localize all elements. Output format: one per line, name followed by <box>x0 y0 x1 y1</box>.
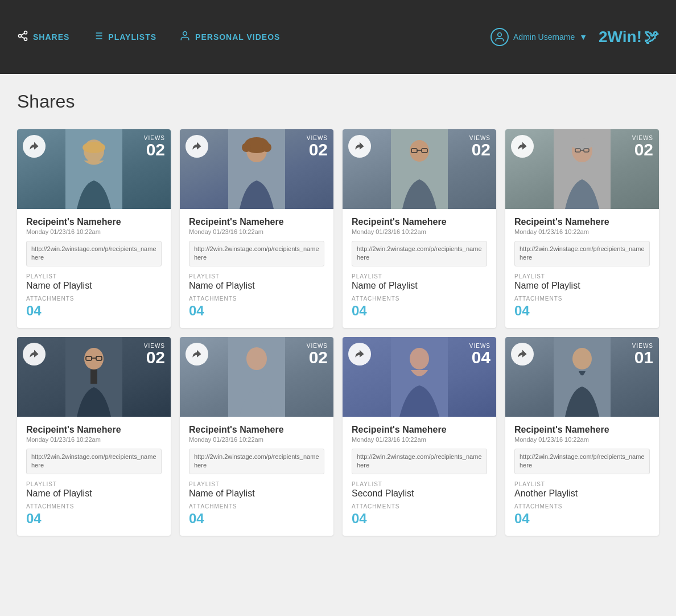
views-count: 02 <box>146 348 165 367</box>
attachments-count: 04 <box>26 303 162 319</box>
card-thumbnail: VIEWS 04 <box>343 337 496 417</box>
views-count: 01 <box>634 348 653 367</box>
attachments-label: ATTACHMENTS <box>514 503 650 510</box>
svg-point-12 <box>498 33 502 37</box>
share-button[interactable] <box>348 343 371 366</box>
views-badge: VIEWS 02 <box>144 343 165 366</box>
nav-playlists[interactable]: PLAYLISTS <box>92 30 156 44</box>
svg-point-33 <box>84 348 104 369</box>
svg-point-41 <box>410 348 429 369</box>
share-button[interactable] <box>186 343 208 366</box>
card-body: Recipeint's Namehere Monday 01/23/16 10:… <box>17 209 171 328</box>
card-body: Recipeint's Namehere Monday 01/23/16 10:… <box>343 209 496 328</box>
share-url[interactable]: http://2win.2winstage.com/p/recipients_n… <box>26 241 162 266</box>
share-url[interactable]: http://2win.2winstage.com/p/recipients_n… <box>352 241 487 266</box>
playlist-name: Second Playlist <box>352 488 487 499</box>
share-date: Monday 01/23/16 10:22am <box>189 436 324 443</box>
svg-point-39 <box>246 347 267 370</box>
share-button[interactable] <box>23 343 46 366</box>
attachments-label: ATTACHMENTS <box>189 295 324 302</box>
nav-shares[interactable]: SHARES <box>17 30 69 44</box>
share-url[interactable]: http://2win.2winstage.com/p/recipients_n… <box>26 449 162 474</box>
user-menu[interactable]: Admin Username ▼ <box>490 28 587 46</box>
views-count: 04 <box>472 348 490 367</box>
playlist-name: Name of Playlist <box>514 281 650 291</box>
header: SHARES PLAYLISTS PERSONAL VIDEOS <box>0 0 676 74</box>
views-badge: VIEWS 02 <box>469 135 490 158</box>
card-thumbnail: VIEWS 01 <box>505 337 659 417</box>
share-button[interactable] <box>348 135 371 158</box>
attachments-count: 04 <box>189 303 324 319</box>
playlist-name: Name of Playlist <box>189 488 324 499</box>
recipient-name: Recipeint's Namehere <box>352 217 487 227</box>
main-content: Shares VIEWS 02 Recipeint's Namehere Mon… <box>0 74 676 553</box>
card-thumbnail: VIEWS 02 <box>505 129 659 209</box>
share-button[interactable] <box>511 343 534 366</box>
page-title: Shares <box>17 91 659 112</box>
logo: 2Win! 🕊 <box>599 28 659 46</box>
share-card-2: VIEWS 02 Recipeint's Namehere Monday 01/… <box>180 129 333 328</box>
recipient-name: Recipeint's Namehere <box>352 425 487 435</box>
card-body: Recipeint's Namehere Monday 01/23/16 10:… <box>180 209 333 328</box>
playlist-label: PLAYLIST <box>26 481 162 487</box>
attachments-label: ATTACHMENTS <box>352 503 487 510</box>
card-thumbnail: VIEWS 02 <box>180 129 333 209</box>
playlist-name: Another Playlist <box>514 488 650 499</box>
share-date: Monday 01/23/16 10:22am <box>514 436 650 443</box>
share-url[interactable]: http://2win.2winstage.com/p/recipients_n… <box>514 449 650 474</box>
share-date: Monday 01/23/16 10:22am <box>352 436 487 443</box>
views-count: 02 <box>146 140 165 159</box>
svg-point-15 <box>83 142 105 153</box>
svg-point-19 <box>242 143 251 152</box>
recipient-name: Recipeint's Namehere <box>26 217 162 227</box>
logo-wing-icon: 🕊 <box>644 28 659 46</box>
share-date: Monday 01/23/16 10:22am <box>352 228 487 235</box>
card-body: Recipeint's Namehere Monday 01/23/16 10:… <box>505 417 659 536</box>
dropdown-arrow-icon: ▼ <box>579 32 587 42</box>
attachments-count: 04 <box>514 511 650 527</box>
share-card-1: VIEWS 02 Recipeint's Namehere Monday 01/… <box>17 129 171 328</box>
personal-videos-icon <box>179 30 191 44</box>
views-badge: VIEWS 04 <box>469 343 490 366</box>
recipient-name: Recipeint's Namehere <box>26 425 162 435</box>
share-button[interactable] <box>186 135 208 158</box>
playlists-icon <box>92 30 104 44</box>
views-badge: VIEWS 02 <box>307 343 328 366</box>
card-thumbnail: VIEWS 02 <box>17 337 171 417</box>
share-url[interactable]: http://2win.2winstage.com/p/recipients_n… <box>352 449 487 474</box>
share-button[interactable] <box>23 135 46 158</box>
share-date: Monday 01/23/16 10:22am <box>189 228 324 235</box>
svg-point-0 <box>24 31 27 34</box>
share-url[interactable]: http://2win.2winstage.com/p/recipients_n… <box>189 241 324 266</box>
card-body: Recipeint's Namehere Monday 01/23/16 10:… <box>17 417 171 536</box>
main-nav: SHARES PLAYLISTS PERSONAL VIDEOS <box>17 30 280 44</box>
svg-point-28 <box>571 138 593 150</box>
share-card-5: VIEWS 02 Recipeint's Namehere Monday 01/… <box>17 337 171 536</box>
attachments-count: 04 <box>352 511 487 527</box>
card-body: Recipeint's Namehere Monday 01/23/16 10:… <box>180 417 333 536</box>
nav-shares-label: SHARES <box>33 32 69 42</box>
card-body: Recipeint's Namehere Monday 01/23/16 10:… <box>343 417 496 536</box>
nav-playlists-label: PLAYLISTS <box>108 32 156 42</box>
svg-line-3 <box>21 36 24 38</box>
share-card-8: VIEWS 01 Recipeint's Namehere Monday 01/… <box>505 337 659 536</box>
playlist-name: Name of Playlist <box>26 281 162 291</box>
share-button[interactable] <box>511 135 534 158</box>
recipient-name: Recipeint's Namehere <box>514 217 650 227</box>
nav-personal-videos[interactable]: PERSONAL VIDEOS <box>179 30 280 44</box>
share-date: Monday 01/23/16 10:22am <box>26 436 162 443</box>
playlist-label: PLAYLIST <box>189 273 324 280</box>
recipient-name: Recipeint's Namehere <box>189 217 324 227</box>
svg-point-43 <box>572 348 592 369</box>
attachments-label: ATTACHMENTS <box>189 503 324 510</box>
share-url[interactable]: http://2win.2winstage.com/p/recipients_n… <box>514 241 650 266</box>
views-count: 02 <box>472 140 490 159</box>
share-url[interactable]: http://2win.2winstage.com/p/recipients_n… <box>189 449 324 474</box>
share-date: Monday 01/23/16 10:22am <box>26 228 162 235</box>
svg-point-1 <box>19 34 22 37</box>
attachments-count: 04 <box>26 511 162 527</box>
playlist-label: PLAYLIST <box>26 273 162 280</box>
user-avatar-icon <box>490 28 509 46</box>
svg-line-4 <box>21 33 24 35</box>
attachments-count: 04 <box>189 511 324 527</box>
